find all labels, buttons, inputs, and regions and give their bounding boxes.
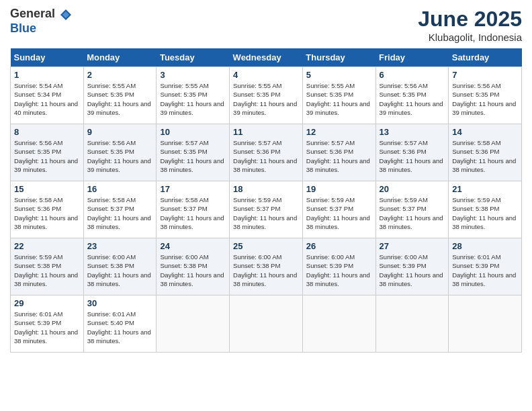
day-info: Sunrise: 6:01 AM Sunset: 5:39 PM Dayligh… [452, 253, 518, 288]
calendar-cell: 15 Sunrise: 5:58 AM Sunset: 5:36 PM Dayl… [11, 181, 84, 238]
calendar-cell: 5 Sunrise: 5:55 AM Sunset: 5:35 PM Dayli… [302, 67, 375, 124]
calendar-cell: 3 Sunrise: 5:55 AM Sunset: 5:35 PM Dayli… [157, 67, 230, 124]
calendar-week-4: 22 Sunrise: 5:59 AM Sunset: 5:38 PM Dayl… [11, 238, 522, 295]
day-number: 1 [14, 70, 80, 80]
calendar-cell: 8 Sunrise: 5:56 AM Sunset: 5:35 PM Dayli… [11, 124, 84, 181]
calendar-cell: 30 Sunrise: 6:01 AM Sunset: 5:40 PM Dayl… [83, 295, 157, 353]
logo-blue: Blue [10, 21, 36, 35]
calendar-cell: 7 Sunrise: 5:56 AM Sunset: 5:35 PM Dayli… [449, 67, 522, 124]
calendar-week-5: 29 Sunrise: 6:01 AM Sunset: 5:39 PM Dayl… [11, 295, 522, 353]
day-info: Sunrise: 5:59 AM Sunset: 5:37 PM Dayligh… [380, 195, 445, 231]
calendar-cell: 22 Sunrise: 5:59 AM Sunset: 5:38 PM Dayl… [11, 238, 84, 295]
calendar-cell: 26 Sunrise: 6:00 AM Sunset: 5:39 PM Dayl… [302, 238, 375, 295]
day-number: 29 [14, 298, 80, 308]
day-number: 11 [233, 127, 299, 137]
header-tuesday: Tuesday [157, 48, 230, 67]
day-number: 13 [380, 127, 445, 137]
day-number: 5 [306, 70, 372, 80]
page-container: General Blue June 2025 Klubagolit, Indon… [0, 0, 532, 359]
header-friday: Friday [375, 48, 449, 67]
day-info: Sunrise: 5:56 AM Sunset: 5:35 PM Dayligh… [380, 81, 445, 117]
day-number: 4 [233, 70, 299, 80]
calendar-cell [157, 295, 230, 353]
calendar-cell: 1 Sunrise: 5:54 AM Sunset: 5:34 PM Dayli… [11, 67, 84, 124]
calendar-cell: 18 Sunrise: 5:59 AM Sunset: 5:37 PM Dayl… [230, 181, 303, 238]
calendar-cell: 21 Sunrise: 5:59 AM Sunset: 5:38 PM Dayl… [449, 181, 522, 238]
day-info: Sunrise: 6:00 AM Sunset: 5:39 PM Dayligh… [306, 253, 372, 288]
day-number: 12 [306, 127, 372, 137]
calendar-cell: 13 Sunrise: 5:57 AM Sunset: 5:36 PM Dayl… [375, 124, 449, 181]
day-number: 20 [380, 184, 445, 194]
calendar-cell [449, 295, 522, 353]
header-wednesday: Wednesday [230, 48, 303, 67]
calendar-cell: 29 Sunrise: 6:01 AM Sunset: 5:39 PM Dayl… [11, 295, 84, 353]
day-number: 10 [160, 127, 226, 137]
calendar-week-1: 1 Sunrise: 5:54 AM Sunset: 5:34 PM Dayli… [11, 67, 522, 124]
day-info: Sunrise: 5:55 AM Sunset: 5:35 PM Dayligh… [160, 81, 226, 117]
calendar-cell: 14 Sunrise: 5:58 AM Sunset: 5:36 PM Dayl… [449, 124, 522, 181]
day-info: Sunrise: 5:58 AM Sunset: 5:36 PM Dayligh… [14, 195, 80, 231]
calendar-cell: 17 Sunrise: 5:58 AM Sunset: 5:37 PM Dayl… [157, 181, 230, 238]
day-info: Sunrise: 5:59 AM Sunset: 5:38 PM Dayligh… [452, 195, 518, 231]
day-info: Sunrise: 5:58 AM Sunset: 5:36 PM Dayligh… [452, 138, 518, 174]
calendar-cell: 11 Sunrise: 5:57 AM Sunset: 5:36 PM Dayl… [230, 124, 303, 181]
day-number: 18 [233, 184, 299, 194]
calendar-cell: 4 Sunrise: 5:55 AM Sunset: 5:35 PM Dayli… [230, 67, 303, 124]
day-number: 9 [87, 127, 153, 137]
header-monday: Monday [83, 48, 157, 67]
header-saturday: Saturday [449, 48, 522, 67]
day-info: Sunrise: 5:59 AM Sunset: 5:37 PM Dayligh… [233, 195, 299, 231]
day-number: 6 [380, 70, 445, 80]
calendar-cell: 2 Sunrise: 5:55 AM Sunset: 5:35 PM Dayli… [83, 67, 157, 124]
day-number: 7 [452, 70, 518, 80]
day-info: Sunrise: 6:00 AM Sunset: 5:38 PM Dayligh… [160, 253, 226, 288]
day-number: 24 [160, 241, 226, 251]
calendar-cell [302, 295, 375, 353]
day-number: 26 [306, 241, 372, 251]
calendar-cell: 24 Sunrise: 6:00 AM Sunset: 5:38 PM Dayl… [157, 238, 230, 295]
day-info: Sunrise: 5:56 AM Sunset: 5:35 PM Dayligh… [87, 138, 153, 174]
day-info: Sunrise: 5:55 AM Sunset: 5:35 PM Dayligh… [306, 81, 372, 117]
calendar-cell: 27 Sunrise: 6:00 AM Sunset: 5:39 PM Dayl… [375, 238, 449, 295]
logo: General Blue [10, 7, 73, 36]
header-thursday: Thursday [302, 48, 375, 67]
calendar-cell: 19 Sunrise: 5:59 AM Sunset: 5:37 PM Dayl… [302, 181, 375, 238]
calendar-cell: 9 Sunrise: 5:56 AM Sunset: 5:35 PM Dayli… [83, 124, 157, 181]
day-number: 22 [14, 241, 80, 251]
day-info: Sunrise: 6:00 AM Sunset: 5:39 PM Dayligh… [380, 253, 445, 288]
day-number: 17 [160, 184, 226, 194]
calendar-week-3: 15 Sunrise: 5:58 AM Sunset: 5:36 PM Dayl… [11, 181, 522, 238]
day-number: 28 [452, 241, 518, 251]
day-info: Sunrise: 5:55 AM Sunset: 5:35 PM Dayligh… [233, 81, 299, 117]
title-area: June 2025 Klubagolit, Indonesia [418, 7, 522, 43]
logo-text: General Blue [10, 7, 73, 36]
calendar-cell: 10 Sunrise: 5:57 AM Sunset: 5:35 PM Dayl… [157, 124, 230, 181]
calendar-cell: 20 Sunrise: 5:59 AM Sunset: 5:37 PM Dayl… [375, 181, 449, 238]
month-title: June 2025 [418, 7, 522, 32]
day-number: 8 [14, 127, 80, 137]
day-info: Sunrise: 5:59 AM Sunset: 5:38 PM Dayligh… [14, 253, 80, 288]
day-number: 30 [87, 298, 153, 308]
day-info: Sunrise: 5:57 AM Sunset: 5:36 PM Dayligh… [380, 138, 445, 174]
calendar-cell: 6 Sunrise: 5:56 AM Sunset: 5:35 PM Dayli… [375, 67, 449, 124]
day-info: Sunrise: 5:56 AM Sunset: 5:35 PM Dayligh… [14, 138, 80, 174]
day-number: 23 [87, 241, 153, 251]
day-number: 25 [233, 241, 299, 251]
day-number: 27 [380, 241, 445, 251]
day-number: 2 [87, 70, 153, 80]
logo-general: General [10, 7, 55, 20]
calendar-cell: 28 Sunrise: 6:01 AM Sunset: 5:39 PM Dayl… [449, 238, 522, 295]
calendar-cell [375, 295, 449, 353]
calendar-cell: 25 Sunrise: 6:00 AM Sunset: 5:38 PM Dayl… [230, 238, 303, 295]
day-info: Sunrise: 5:55 AM Sunset: 5:35 PM Dayligh… [87, 81, 153, 117]
day-info: Sunrise: 5:58 AM Sunset: 5:37 PM Dayligh… [87, 195, 153, 231]
day-number: 19 [306, 184, 372, 194]
calendar-table: Sunday Monday Tuesday Wednesday Thursday… [10, 48, 522, 353]
day-info: Sunrise: 5:58 AM Sunset: 5:37 PM Dayligh… [160, 195, 226, 231]
day-info: Sunrise: 6:00 AM Sunset: 5:38 PM Dayligh… [233, 253, 299, 288]
header-sunday: Sunday [11, 48, 84, 67]
day-number: 3 [160, 70, 226, 80]
day-info: Sunrise: 5:56 AM Sunset: 5:35 PM Dayligh… [452, 81, 518, 117]
day-info: Sunrise: 5:57 AM Sunset: 5:36 PM Dayligh… [233, 138, 299, 174]
calendar-cell: 16 Sunrise: 5:58 AM Sunset: 5:37 PM Dayl… [83, 181, 157, 238]
